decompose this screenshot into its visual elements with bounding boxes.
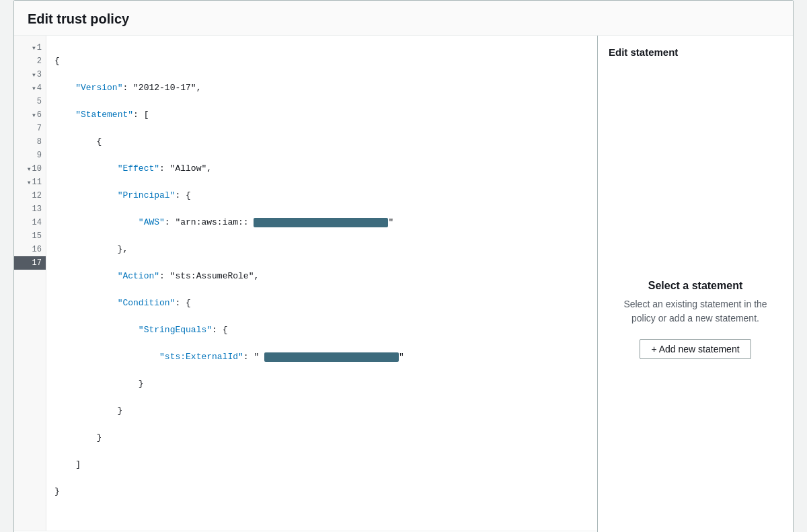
line-15[interactable]: 15 — [14, 229, 46, 243]
edit-trust-policy-modal: Edit trust policy ▼1 2 ▼3 ▼4 5 ▼6 7 8 9 … — [13, 0, 794, 532]
editor-panel: ▼1 2 ▼3 ▼4 5 ▼6 7 8 9 ▼10 ▼11 12 13 14 1… — [14, 36, 598, 532]
line-2[interactable]: 2 — [14, 54, 46, 68]
right-panel-title: Edit statement — [609, 46, 782, 58]
line-14[interactable]: 14 — [14, 216, 46, 229]
line-numbers: ▼1 2 ▼3 ▼4 5 ▼6 7 8 9 ▼10 ▼11 12 13 14 1… — [14, 36, 46, 531]
select-statement-desc: Select an existing statement in the poli… — [622, 297, 769, 326]
select-statement-box: Select a statement Select an existing st… — [609, 69, 782, 532]
line-12[interactable]: 12 — [14, 189, 46, 202]
modal-header: Edit trust policy — [14, 1, 793, 36]
add-new-statement-button-panel[interactable]: + Add new statement — [640, 339, 751, 359]
modal-body: ▼1 2 ▼3 ▼4 5 ▼6 7 8 9 ▼10 ▼11 12 13 14 1… — [14, 36, 793, 532]
line-4[interactable]: ▼4 — [14, 81, 46, 95]
line-9[interactable]: 9 — [14, 149, 46, 162]
code-editor[interactable]: ▼1 2 ▼3 ▼4 5 ▼6 7 8 9 ▼10 ▼11 12 13 14 1… — [14, 36, 597, 531]
line-7[interactable]: 7 — [14, 122, 46, 135]
code-content[interactable]: { "Version": "2012-10-17", "Statement": … — [46, 36, 597, 531]
line-16[interactable]: 16 — [14, 243, 46, 256]
line-8[interactable]: 8 — [14, 135, 46, 149]
line-6[interactable]: ▼6 — [14, 108, 46, 122]
line-3[interactable]: ▼3 — [14, 68, 46, 81]
line-13[interactable]: 13 — [14, 202, 46, 216]
line-10[interactable]: ▼10 — [14, 162, 46, 176]
line-5[interactable]: 5 — [14, 95, 46, 108]
line-17[interactable]: 17 — [14, 256, 46, 270]
page-title: Edit trust policy — [28, 11, 779, 27]
select-statement-heading: Select a statement — [648, 280, 743, 292]
line-1[interactable]: ▼1 — [14, 41, 46, 54]
right-panel: Edit statement Select a statement Select… — [598, 36, 793, 532]
line-11[interactable]: ▼11 — [14, 176, 46, 189]
